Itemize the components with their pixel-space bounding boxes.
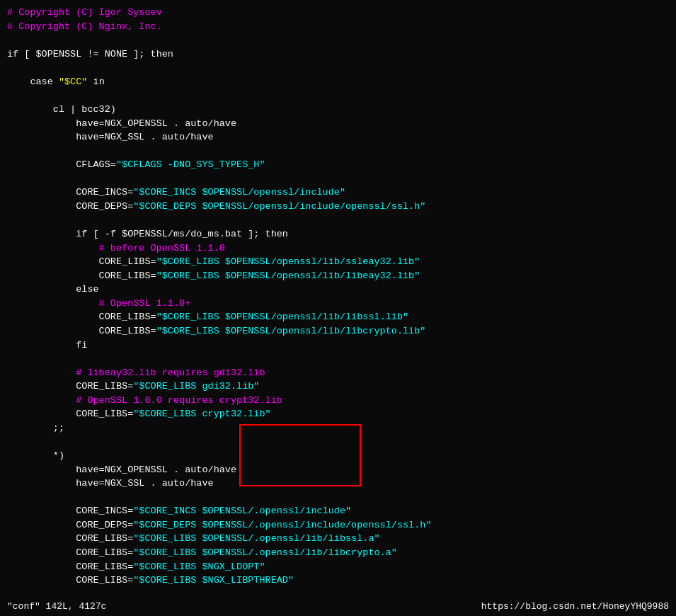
code-line-29: # OpenSSL 1.0.0 requires crypt32.lib: [0, 394, 676, 408]
code-line-23: CORE_LIBS="$CORE_LIBS $OPENSSL/openssl/l…: [0, 310, 676, 324]
code-line-5: [0, 61, 676, 75]
code-line-13: [0, 172, 676, 186]
status-file-info: "conf" 142L, 4127c: [7, 601, 106, 612]
code-line-6: case "$CC" in: [0, 75, 676, 89]
code-line-26: [0, 352, 676, 366]
code-line-39: CORE_LIBS="$CORE_LIBS $OPENSSL/.openssl/…: [0, 532, 676, 546]
code-line-40: CORE_LIBS="$CORE_LIBS $OPENSSL/.openssl/…: [0, 546, 676, 560]
code-line-8: cl | bcc32): [0, 103, 676, 117]
code-line-19: CORE_LIBS="$CORE_LIBS $OPENSSL/openssl/l…: [0, 255, 676, 269]
code-line-32: [0, 435, 676, 449]
code-line-20: CORE_LIBS="$CORE_LIBS $OPENSSL/openssl/l…: [0, 269, 676, 283]
status-url: https://blog.csdn.net/HoneyYHQ9988: [481, 601, 669, 612]
code-line-14: CORE_INCS="$CORE_INCS $OPENSSL/openssl/i…: [0, 186, 676, 200]
code-line-41: CORE_LIBS="$CORE_LIBS $NGX_LDOPT": [0, 560, 676, 574]
code-line-34: have=NGX_OPENSSL . auto/have: [0, 463, 676, 477]
code-line-9: have=NGX_OPENSSL . auto/have: [0, 117, 676, 131]
code-line-22: # OpenSSL 1.1.0+: [0, 297, 676, 311]
code-line-15: CORE_DEPS="$CORE_DEPS $OPENSSL/openssl/i…: [0, 200, 676, 214]
code-line-31: ;;: [0, 421, 676, 435]
code-line-37: CORE_INCS="$CORE_INCS $OPENSSL/.openssl/…: [0, 504, 676, 518]
code-line-18: # before OpenSSL 1.1.0: [0, 241, 676, 256]
status-bar: "conf" 142L, 4127c https://blog.csdn.net…: [0, 596, 676, 616]
code-line-10: have=NGX_SSL . auto/have: [0, 130, 676, 144]
code-line-12: CFLAGS="$CFLAGS -DNO_SYS_TYPES_H": [0, 158, 676, 172]
code-line-24: CORE_LIBS="$CORE_LIBS $OPENSSL/openssl/l…: [0, 324, 676, 338]
code-line-17: if [ -f $OPENSSL/ms/do_ms.bat ]; then: [0, 227, 676, 241]
code-line-35: have=NGX_SSL . auto/have: [0, 477, 676, 491]
code-line-38: CORE_DEPS="$CORE_DEPS $OPENSSL/.openssl/…: [0, 518, 676, 532]
code-line-11: [0, 144, 676, 159]
code-line-4: if [ $OPENSSL != NONE ]; then: [0, 47, 676, 62]
code-editor: # Copyright (C) Igor Sysoev # Copyright …: [0, 0, 676, 616]
code-line-3: [0, 33, 676, 47]
code-line-27: # libeay32.lib requires gdi32.lib: [0, 366, 676, 380]
code-line-2: # Copyright (C) Nginx, Inc.: [0, 20, 676, 34]
code-line-36: [0, 491, 676, 505]
code-line-33: *): [0, 449, 676, 463]
code-line-28: CORE_LIBS="$CORE_LIBS gdi32.lib": [0, 380, 676, 394]
code-line-16: [0, 213, 676, 227]
code-line-42: CORE_LIBS="$CORE_LIBS $NGX_LIBPTHREAD": [0, 574, 676, 588]
code-line-21: else: [0, 283, 676, 297]
code-line-30: CORE_LIBS="$CORE_LIBS crypt32.lib": [0, 407, 676, 421]
code-line-1: # Copyright (C) Igor Sysoev: [0, 6, 676, 20]
code-line-25: fi: [0, 338, 676, 353]
code-line-7: [0, 89, 676, 103]
